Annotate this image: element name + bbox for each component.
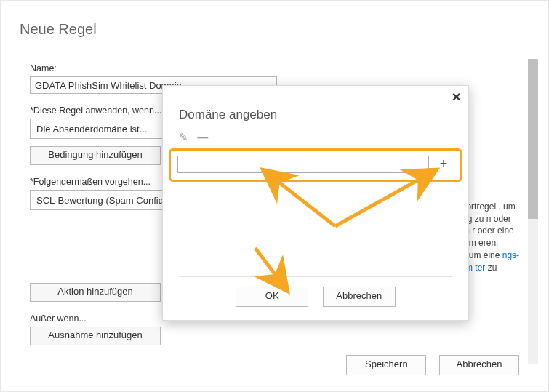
edit-icon[interactable]: ✎: [179, 131, 188, 144]
ok-button[interactable]: OK: [236, 287, 308, 307]
dialog-buttons: OK Abbrechen: [163, 287, 468, 307]
domain-input[interactable]: [177, 156, 429, 173]
cancel-button[interactable]: Abbrechen: [439, 355, 519, 375]
dialog-toolbar: ✎ —: [179, 131, 214, 144]
dialog-separator: [179, 276, 452, 277]
remove-icon[interactable]: —: [197, 131, 208, 143]
scrollbar-thumb[interactable]: [528, 59, 538, 219]
scrollbar-track[interactable]: [528, 59, 538, 364]
name-label: Name:: [30, 63, 466, 73]
specify-domain-dialog: ✕ Domäne angeben ✎ — + OK Abbrechen: [162, 85, 469, 321]
close-icon[interactable]: ✕: [452, 92, 461, 103]
add-icon[interactable]: +: [435, 156, 452, 173]
window: Neue Regel Name: *Diese Regel anwenden, …: [0, 0, 549, 392]
add-exception-button[interactable]: Ausnahme hinzufügen: [30, 327, 161, 345]
add-action-button[interactable]: Aktion hinzufügen: [30, 283, 161, 302]
dialog-title: Domäne angeben: [179, 108, 277, 122]
add-condition-button[interactable]: Bedingung hinzufügen: [30, 146, 161, 165]
save-button[interactable]: Speichern: [346, 355, 426, 375]
page-title: Neue Regel: [20, 21, 97, 38]
dialog-cancel-button[interactable]: Abbrechen: [323, 287, 396, 307]
footer-buttons: Speichern Abbrechen: [336, 355, 519, 375]
